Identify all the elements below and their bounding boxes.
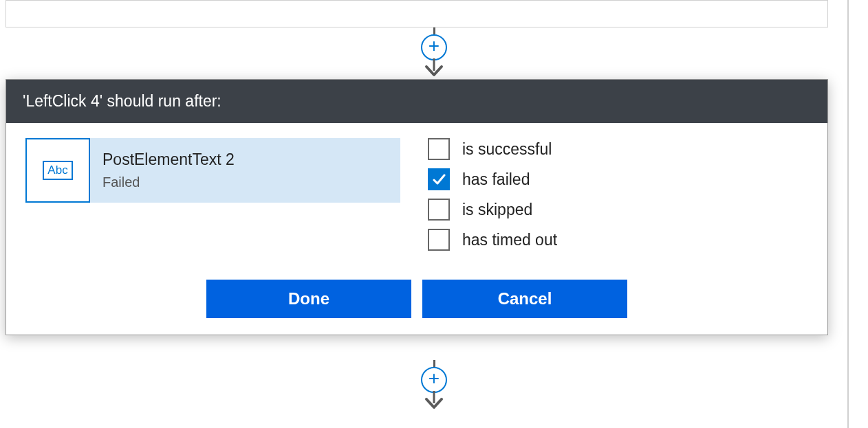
arrow-down-icon xyxy=(421,58,447,78)
add-step-button-bottom[interactable]: + xyxy=(421,367,447,393)
predecessor-action-card[interactable]: Abc PostElementText 2 Failed xyxy=(25,138,400,203)
done-button[interactable]: Done xyxy=(206,280,411,318)
condition-label: has failed xyxy=(462,170,530,189)
connector-bottom: + xyxy=(420,360,448,410)
checkbox[interactable] xyxy=(428,138,450,160)
check-icon xyxy=(431,172,446,187)
condition-is-skipped[interactable]: is skipped xyxy=(428,199,815,221)
condition-has-failed[interactable]: has failed xyxy=(428,168,815,190)
checkbox[interactable] xyxy=(428,168,450,190)
condition-label: is skipped xyxy=(462,201,532,219)
action-status: Failed xyxy=(102,174,235,190)
panel-body: Abc PostElementText 2 Failed is successf… xyxy=(6,123,827,267)
condition-label: has timed out xyxy=(462,231,557,249)
connector-line xyxy=(433,360,435,367)
run-after-panel: 'LeftClick 4' should run after: Abc Post… xyxy=(6,79,828,335)
plus-icon: + xyxy=(428,369,440,388)
condition-is-successful[interactable]: is successful xyxy=(428,138,815,160)
condition-label: is successful xyxy=(462,140,552,159)
plus-icon: + xyxy=(428,36,440,56)
connector-top: + xyxy=(420,27,448,78)
connector-line xyxy=(433,27,435,34)
action-icon-box: Abc xyxy=(25,138,90,203)
button-row: Done Cancel xyxy=(6,267,827,335)
action-title: PostElementText 2 xyxy=(102,150,235,169)
abc-icon: Abc xyxy=(43,161,72,180)
checkbox[interactable] xyxy=(428,229,450,251)
checkbox[interactable] xyxy=(428,199,450,221)
previous-step-placeholder xyxy=(6,0,828,27)
condition-has-timed-out[interactable]: has timed out xyxy=(428,229,815,251)
cancel-button[interactable]: Cancel xyxy=(422,280,627,318)
panel-title: 'LeftClick 4' should run after: xyxy=(23,92,221,110)
panel-header: 'LeftClick 4' should run after: xyxy=(6,80,827,123)
vertical-divider xyxy=(847,0,849,428)
arrow-down-icon xyxy=(421,391,447,410)
action-text-group: PostElementText 2 Failed xyxy=(90,150,247,190)
condition-column: is successful has failed is skipped has … xyxy=(428,138,815,259)
action-column: Abc PostElementText 2 Failed xyxy=(25,138,400,259)
add-step-button-top[interactable]: + xyxy=(421,34,447,60)
